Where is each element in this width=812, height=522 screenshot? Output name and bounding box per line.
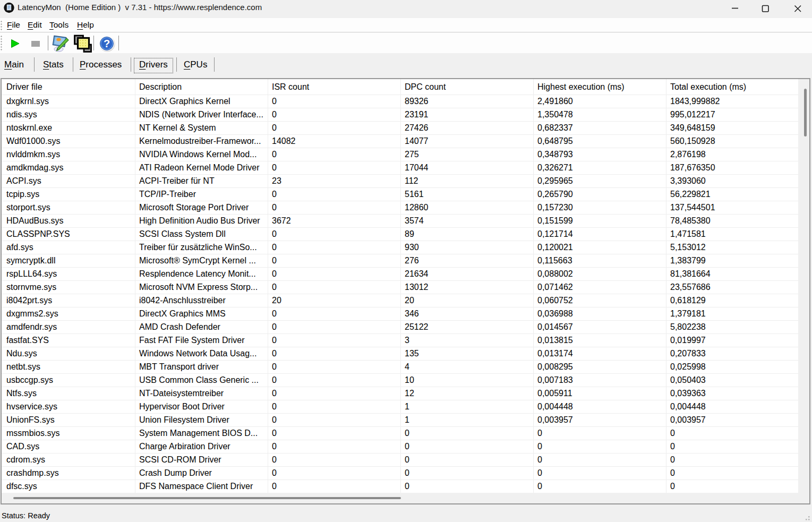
svg-text:?: ?	[104, 38, 110, 49]
